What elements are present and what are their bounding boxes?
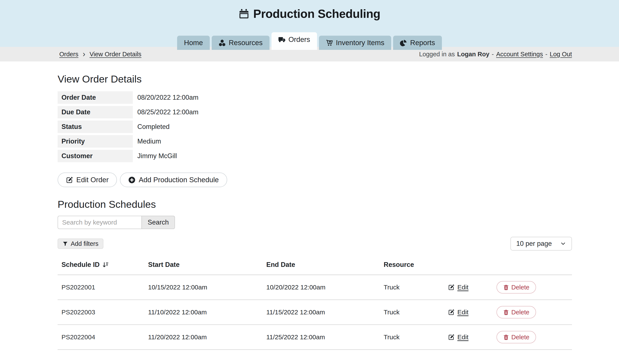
app-title-text: Production Scheduling <box>253 7 380 21</box>
cell-start-date: 10/15/2022 12:00am <box>148 284 266 291</box>
edit-order-button[interactable]: Edit Order <box>57 173 117 187</box>
table-body: PS202200110/15/2022 12:00am10/20/2022 12… <box>57 275 572 350</box>
edit-link[interactable]: Edit <box>457 284 469 291</box>
tab-resources[interactable]: Resources <box>212 36 269 50</box>
delete-button[interactable]: Delete <box>496 331 536 343</box>
plus-circle-icon <box>128 176 135 183</box>
breadcrumb: Orders › View Order Details <box>57 50 141 58</box>
main-nav: HomeResourcesOrdersInventory ItemsReport… <box>0 32 619 50</box>
calendar-icon <box>239 8 249 19</box>
edit-icon <box>448 334 455 340</box>
tab-orders[interactable]: Orders <box>271 32 317 50</box>
truck-icon <box>278 36 285 43</box>
filters-row: Add filters 10 per page <box>57 237 572 251</box>
cell-schedule-id: PS2022003 <box>57 308 148 316</box>
cell-delete: Delete <box>496 281 572 294</box>
tab-reports[interactable]: Reports <box>393 36 442 50</box>
detail-row-due-date: Due Date08/25/2022 12:00am <box>57 106 572 118</box>
cell-schedule-id: PS2022001 <box>57 284 148 291</box>
per-page-value: 10 per page <box>516 240 552 248</box>
trash-icon <box>503 334 509 340</box>
tab-label: Reports <box>410 39 435 47</box>
cell-edit: Edit <box>448 334 496 341</box>
detail-label: Status <box>57 121 133 133</box>
tab-inventory-items[interactable]: Inventory Items <box>319 36 391 50</box>
page-title: View Order Details <box>57 73 572 85</box>
filter-icon <box>63 241 68 246</box>
account-settings-link[interactable]: Account Settings <box>496 51 543 58</box>
detail-label: Customer <box>57 150 133 162</box>
add-production-schedule-button[interactable]: Add Production Schedule <box>120 173 227 187</box>
breadcrumb-orders-link[interactable]: Orders <box>59 51 78 58</box>
cell-end-date: 10/20/2022 12:00am <box>266 284 384 291</box>
edit-order-label: Edit Order <box>76 176 109 184</box>
column-header-start-date: Start Date <box>148 261 266 269</box>
per-page-select[interactable]: 10 per page <box>510 237 572 251</box>
delete-button[interactable]: Delete <box>496 306 536 319</box>
table-row-ps2022001: PS202200110/15/2022 12:00am10/20/2022 12… <box>57 275 572 300</box>
app-header: Production Scheduling HomeResourcesOrder… <box>0 0 619 47</box>
chevron-down-icon <box>560 241 566 247</box>
session-info: Logged in as Logan Roy - Account Setting… <box>419 51 572 58</box>
add-production-schedule-label: Add Production Schedule <box>139 176 219 184</box>
cubes-icon <box>219 39 226 46</box>
pie-chart-icon <box>400 39 407 46</box>
table-row-ps2022004: PS202200411/20/2022 12:00am11/25/2022 12… <box>57 325 572 350</box>
tab-label: Inventory Items <box>336 39 384 47</box>
detail-row-order-date: Order Date08/20/2022 12:00am <box>57 91 572 104</box>
detail-row-status: StatusCompleted <box>57 121 572 133</box>
delete-label: Delete <box>511 334 529 341</box>
column-header-end-date: End Date <box>266 261 384 269</box>
detail-row-customer: CustomerJimmy McGill <box>57 150 572 162</box>
cell-resource: Truck <box>384 284 448 291</box>
cell-start-date: 11/20/2022 12:00am <box>148 334 266 341</box>
cell-delete: Delete <box>496 306 572 319</box>
edit-icon <box>448 309 455 315</box>
table-row-ps2022003: PS202200311/10/2022 12:00am11/15/2022 12… <box>57 300 572 325</box>
cell-resource: Truck <box>384 308 448 316</box>
back-to-orders-link[interactable]: Back to Orders <box>57 363 105 364</box>
cell-delete: Delete <box>496 331 572 343</box>
separator-dash: - <box>545 51 548 58</box>
detail-value: Jimmy McGill <box>133 150 177 162</box>
sort-desc-icon[interactable] <box>102 262 109 268</box>
main-content: View Order Details Order Date08/20/2022 … <box>57 73 572 364</box>
separator-dash: - <box>492 51 494 58</box>
tab-label: Resources <box>229 39 263 47</box>
breadcrumb-current-link[interactable]: View Order Details <box>90 51 141 58</box>
detail-label: Priority <box>57 135 133 148</box>
delete-button[interactable]: Delete <box>496 281 536 294</box>
delete-label: Delete <box>511 284 529 291</box>
edit-link[interactable]: Edit <box>457 308 469 316</box>
edit-icon <box>66 176 73 183</box>
detail-value: Completed <box>133 121 169 133</box>
log-out-link[interactable]: Log Out <box>550 51 572 58</box>
search-input[interactable] <box>57 216 141 229</box>
schedules-table: Schedule ID Start Date End Date Resource… <box>57 257 572 350</box>
cell-edit: Edit <box>448 284 496 291</box>
tab-home[interactable]: Home <box>177 36 210 50</box>
cell-end-date: 11/25/2022 12:00am <box>266 334 384 341</box>
session-user: Logan Roy <box>457 51 489 58</box>
detail-label: Due Date <box>57 106 133 118</box>
detail-row-priority: PriorityMedium <box>57 135 572 148</box>
detail-label: Order Date <box>57 91 133 104</box>
cell-start-date: 11/10/2022 12:00am <box>148 308 266 316</box>
search-button[interactable]: Search <box>141 216 175 229</box>
detail-value: Medium <box>133 135 161 148</box>
session-prefix: Logged in as <box>419 51 455 58</box>
app-title: Production Scheduling <box>0 0 619 21</box>
detail-value: 08/25/2022 12:00am <box>133 106 198 118</box>
tab-label: Home <box>184 39 203 47</box>
cart-plus-icon <box>326 39 333 46</box>
column-header-schedule-id: Schedule ID <box>57 261 148 269</box>
add-filters-label: Add filters <box>71 240 98 247</box>
order-actions: Edit Order Add Production Schedule <box>57 173 572 187</box>
edit-link[interactable]: Edit <box>457 334 469 341</box>
add-filters-button[interactable]: Add filters <box>57 238 103 249</box>
cell-end-date: 11/15/2022 12:00am <box>266 308 384 316</box>
cell-schedule-id: PS2022004 <box>57 334 148 341</box>
edit-icon <box>448 284 455 291</box>
trash-icon <box>503 284 509 290</box>
section-title-production-schedules: Production Schedules <box>57 198 572 210</box>
